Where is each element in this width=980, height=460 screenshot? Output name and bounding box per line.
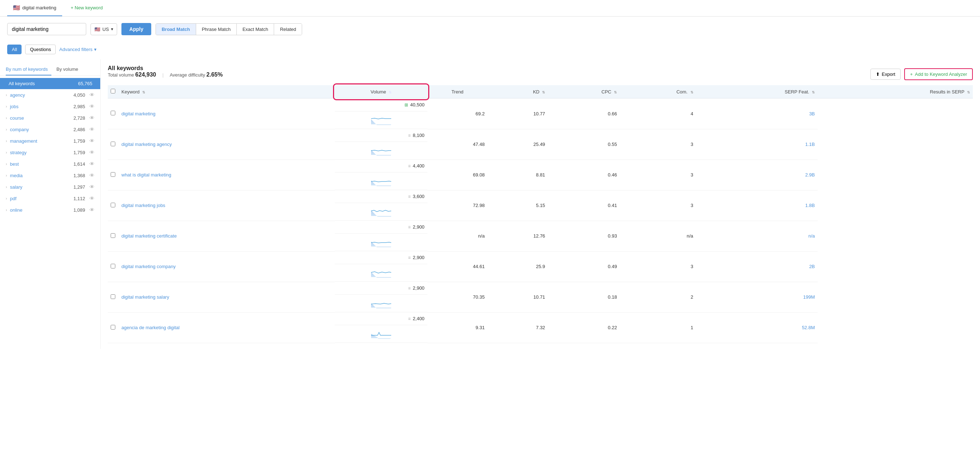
- chevron-right-icon: ›: [6, 185, 7, 189]
- eye-icon[interactable]: 👁: [89, 126, 94, 132]
- eye-icon[interactable]: 👁: [89, 207, 94, 213]
- volume-cell: ≡3,600: [335, 190, 427, 203]
- volume-column-header[interactable]: Volume ⇅: [335, 85, 427, 99]
- select-all-header[interactable]: [108, 85, 119, 99]
- export-button[interactable]: ⬆ Export: [870, 68, 901, 80]
- sidebar-item-label: media: [10, 173, 72, 178]
- keyword-cell[interactable]: digital marketing agency: [119, 129, 335, 159]
- keyword-cell[interactable]: what is digital marketing: [119, 159, 335, 190]
- add-to-keyword-analyzer-button[interactable]: + Add to Keyword Analyzer: [904, 68, 973, 80]
- sidebar-item-label: strategy: [10, 150, 72, 155]
- results-cell[interactable]: n/a: [696, 221, 818, 251]
- eye-icon[interactable]: 👁: [89, 103, 94, 109]
- table-area: All keywords Total volume 624,930 | Aver…: [100, 59, 980, 349]
- eye-icon[interactable]: 👁: [89, 196, 94, 201]
- trend-cell: [335, 234, 427, 251]
- sort-filter-icon: ≡: [408, 255, 410, 260]
- keyword-column-header[interactable]: Keyword ⇅: [119, 85, 335, 99]
- sidebar-item-course[interactable]: › course 2,728 👁: [0, 112, 100, 124]
- chevron-right-icon: ›: [6, 116, 7, 120]
- trend-cell: [335, 264, 427, 282]
- results-cell[interactable]: 199M: [696, 282, 818, 312]
- sidebar-item-label: agency: [10, 92, 72, 98]
- results-cell[interactable]: 52.8M: [696, 312, 818, 343]
- results-cell[interactable]: 1.8B: [696, 190, 818, 221]
- apply-button[interactable]: Apply: [121, 23, 151, 35]
- sidebar-item-pdf[interactable]: › pdf 1,112 👁: [0, 193, 100, 204]
- row-checkbox[interactable]: [111, 111, 115, 115]
- row-checkbox[interactable]: [111, 203, 115, 207]
- eye-icon[interactable]: 👁: [89, 138, 94, 144]
- results-cell[interactable]: 2B: [696, 251, 818, 282]
- sidebar-item-media[interactable]: › media 1,368 👁: [0, 170, 100, 181]
- keyword-cell[interactable]: digital marketing: [119, 99, 335, 129]
- advanced-filters-button[interactable]: Advanced filters ▾: [59, 47, 97, 52]
- keyword-cell[interactable]: digital marketing jobs: [119, 190, 335, 221]
- search-area: 🇺🇸 US ▾ Apply Broad Match Phrase Match E…: [0, 16, 980, 42]
- com-cell: 0.93: [548, 221, 620, 251]
- sidebar-item-count: 2,985: [73, 104, 85, 109]
- sidebar-item-strategy[interactable]: › strategy 1,759 👁: [0, 146, 100, 158]
- avg-difficulty-value: 2.65%: [207, 72, 223, 78]
- serp-feat-column-header[interactable]: SERP Feat. ⇅: [696, 85, 818, 99]
- row-checkbox[interactable]: [111, 233, 115, 238]
- kd-cell: 44.61: [428, 251, 488, 282]
- results-cell[interactable]: 3B: [696, 99, 818, 129]
- eye-icon[interactable]: 👁: [89, 172, 94, 178]
- sidebar-tab-by-volume[interactable]: By volume: [56, 64, 82, 75]
- com-cell: 0.18: [548, 282, 620, 312]
- com-cell: 0.22: [548, 312, 620, 343]
- eye-icon[interactable]: 👁: [89, 92, 94, 98]
- keyword-cell[interactable]: digital marketing salary: [119, 282, 335, 312]
- table-meta: Total volume 624,930 | Average difficult…: [108, 72, 223, 78]
- sort-icon: ⇅: [389, 90, 391, 94]
- row-checkbox[interactable]: [111, 264, 115, 269]
- select-all-checkbox[interactable]: [111, 89, 115, 94]
- cpc-cell: 7.32: [487, 312, 548, 343]
- sidebar-item-label: jobs: [10, 104, 72, 109]
- sidebar-item-online[interactable]: › online 1,089 👁: [0, 204, 100, 216]
- all-filter-button[interactable]: All: [7, 45, 22, 54]
- sidebar-item-agency[interactable]: › agency 4,050 👁: [0, 89, 100, 100]
- questions-filter-button[interactable]: Questions: [25, 45, 56, 54]
- sidebar-item-label: management: [10, 138, 72, 144]
- results-column-header[interactable]: Results in SERP ⇅: [818, 85, 973, 99]
- phrase-match-button[interactable]: Phrase Match: [196, 24, 237, 35]
- exact-match-button[interactable]: Exact Match: [237, 24, 274, 35]
- kd-column-header[interactable]: KD ⇅: [487, 85, 548, 99]
- results-cell[interactable]: 1.1B: [696, 129, 818, 159]
- kd-cell: 9.31: [428, 312, 488, 343]
- cpc-column-header[interactable]: CPC ⇅: [548, 85, 620, 99]
- tab-digital-marketing[interactable]: 🇺🇸 digital marketing: [7, 0, 62, 16]
- row-checkbox[interactable]: [111, 325, 115, 329]
- search-input[interactable]: [7, 23, 86, 35]
- country-select[interactable]: 🇺🇸 US ▾: [91, 23, 117, 35]
- related-button[interactable]: Related: [274, 24, 302, 35]
- keyword-cell[interactable]: digital marketing certificate: [119, 221, 335, 251]
- eye-icon[interactable]: 👁: [89, 161, 94, 167]
- row-checkbox[interactable]: [111, 172, 115, 177]
- sidebar-item-all-keywords[interactable]: All keywords 65,765: [0, 78, 100, 89]
- sidebar-tab-by-num[interactable]: By num of keywords: [6, 64, 51, 75]
- keyword-cell[interactable]: agencia de marketing digital: [119, 312, 335, 343]
- row-checkbox[interactable]: [111, 294, 115, 299]
- eye-icon[interactable]: 👁: [89, 115, 94, 121]
- results-cell[interactable]: 2.9B: [696, 159, 818, 190]
- kd-cell: n/a: [428, 221, 488, 251]
- eye-icon[interactable]: 👁: [89, 184, 94, 190]
- sort-icon: ⇅: [812, 90, 815, 94]
- sidebar-item-count: 1,759: [73, 150, 85, 155]
- keyword-cell[interactable]: digital marketing company: [119, 251, 335, 282]
- sort-icon: ⇅: [967, 90, 970, 94]
- sidebar-item-salary[interactable]: › salary 1,297 👁: [0, 181, 100, 193]
- tab-new-keyword[interactable]: + New keyword: [65, 1, 108, 16]
- sidebar-item-company[interactable]: › company 2,486 👁: [0, 124, 100, 135]
- sidebar-item-jobs[interactable]: › jobs 2,985 👁: [0, 100, 100, 112]
- broad-match-button[interactable]: Broad Match: [156, 24, 196, 35]
- eye-icon[interactable]: 👁: [89, 150, 94, 155]
- sidebar-item-management[interactable]: › management 1,759 👁: [0, 135, 100, 146]
- sidebar-item-best[interactable]: › best 1,614 👁: [0, 158, 100, 170]
- row-checkbox[interactable]: [111, 142, 115, 146]
- total-volume-label: Total volume: [108, 72, 134, 78]
- com-column-header[interactable]: Com. ⇅: [620, 85, 696, 99]
